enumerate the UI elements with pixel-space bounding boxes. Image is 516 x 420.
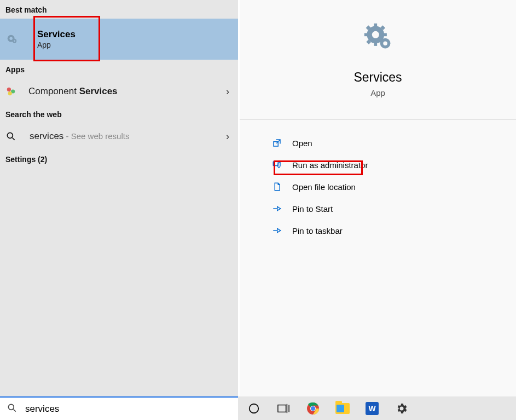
apps-result-component-services[interactable]: Component Services ›: [0, 78, 238, 105]
search-bar[interactable]: [0, 396, 238, 420]
settings-gear-icon[interactable]: [394, 401, 409, 416]
component-services-icon: [5, 86, 16, 97]
svg-rect-12: [374, 42, 377, 45]
best-match-subtitle: App: [37, 41, 76, 49]
action-pin-taskbar-label: Pin to taskbar: [292, 226, 343, 235]
panel-subtitle: App: [240, 88, 516, 97]
svg-marker-25: [277, 206, 281, 211]
svg-point-20: [383, 41, 387, 45]
best-match-result[interactable]: Services App: [0, 19, 238, 60]
svg-rect-23: [273, 162, 278, 166]
action-run-admin[interactable]: Run as administrator: [271, 154, 516, 176]
svg-point-30: [250, 404, 259, 413]
pin-start-icon: [271, 203, 282, 214]
panel-title: Services: [240, 70, 516, 85]
svg-point-3: [14, 40, 15, 42]
chevron-right-icon: ›: [226, 131, 229, 142]
web-result[interactable]: services - See web results ›: [0, 123, 238, 149]
action-open[interactable]: Open: [271, 132, 516, 154]
search-input[interactable]: [25, 404, 231, 415]
svg-point-1: [9, 37, 13, 40]
services-gear-icon: [5, 33, 19, 46]
action-pin-taskbar[interactable]: Pin to taskbar: [271, 220, 516, 241]
action-pin-start[interactable]: Pin to Start: [271, 198, 516, 220]
svg-rect-13: [364, 33, 368, 37]
services-hero-icon: [363, 22, 393, 55]
best-match-title: Services: [37, 29, 76, 40]
search-icon: [7, 402, 18, 416]
taskbar: W: [238, 396, 516, 420]
panel-divider: [240, 119, 516, 120]
action-open-location-label: Open file location: [292, 182, 356, 192]
file-location-icon: [271, 181, 282, 192]
svg-point-36: [311, 406, 315, 411]
svg-line-29: [14, 409, 16, 411]
search-icon: [5, 130, 18, 142]
svg-point-7: [7, 133, 13, 138]
svg-point-6: [8, 91, 12, 95]
settings-header[interactable]: Settings (2): [0, 149, 238, 168]
file-explorer-icon[interactable]: [335, 401, 350, 416]
action-pin-start-label: Pin to Start: [292, 204, 333, 214]
action-run-admin-label: Run as administrator: [292, 160, 368, 170]
action-open-label: Open: [292, 139, 312, 148]
svg-line-8: [13, 138, 15, 140]
svg-rect-11: [374, 24, 377, 27]
pin-taskbar-icon: [271, 225, 282, 236]
action-open-location[interactable]: Open file location: [271, 176, 516, 198]
best-match-header: Best match: [0, 0, 238, 19]
svg-point-4: [7, 88, 11, 91]
cortana-icon[interactable]: [246, 401, 262, 416]
chrome-icon[interactable]: [305, 401, 321, 416]
svg-point-10: [372, 31, 379, 38]
web-result-label: services - See web results: [30, 131, 129, 142]
svg-rect-14: [382, 33, 386, 37]
svg-marker-27: [277, 228, 281, 233]
admin-shield-icon: [271, 159, 282, 170]
chevron-right-icon: ›: [226, 86, 229, 97]
task-view-icon[interactable]: [276, 401, 291, 416]
word-icon[interactable]: W: [364, 401, 380, 416]
svg-point-28: [8, 404, 14, 410]
svg-rect-31: [278, 405, 286, 412]
search-web-header: Search the web: [0, 105, 238, 123]
apps-result-label: Component Services: [28, 86, 118, 97]
open-icon: [271, 137, 282, 148]
apps-header: Apps: [0, 60, 238, 78]
